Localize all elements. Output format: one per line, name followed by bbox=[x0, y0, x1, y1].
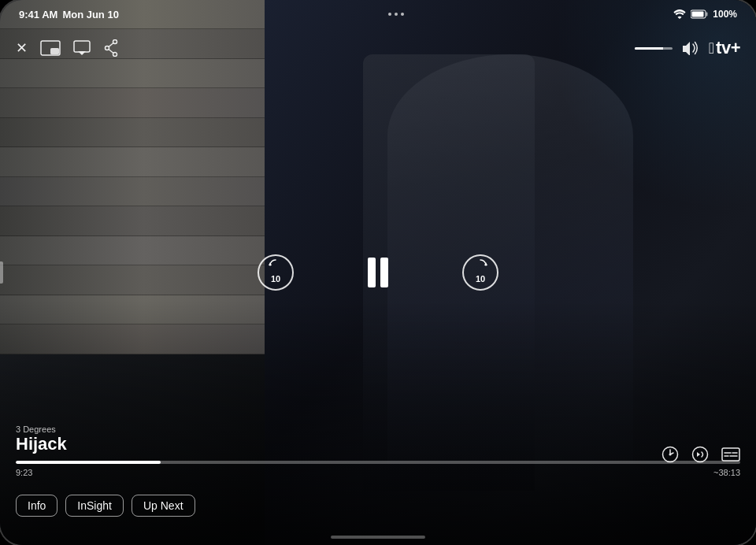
skip-forward-button[interactable]: 10 bbox=[461, 254, 499, 291]
insight-button[interactable]: InSight bbox=[65, 495, 124, 517]
progress-bar[interactable] bbox=[16, 461, 740, 464]
apple-symbol:  bbox=[709, 39, 714, 57]
svg-point-8 bbox=[106, 46, 109, 50]
top-left-controls: ✕ bbox=[16, 39, 119, 57]
status-bar: 9:41 AM Mon Jun 10 bbox=[0, 0, 756, 28]
pause-bar-right bbox=[380, 258, 388, 287]
time-current: 9:23 bbox=[16, 468, 32, 477]
status-center bbox=[388, 13, 404, 16]
airplay-button[interactable] bbox=[73, 40, 91, 56]
svg-rect-4 bbox=[50, 48, 59, 54]
skip-back-button[interactable]: 10 bbox=[257, 254, 295, 291]
pause-button[interactable] bbox=[358, 252, 398, 293]
svg-line-9 bbox=[109, 43, 113, 47]
time-remaining: ~38:13 bbox=[713, 468, 740, 477]
top-controls: ✕ bbox=[0, 28, 756, 68]
home-indicator bbox=[331, 536, 425, 539]
progress-fill bbox=[16, 461, 161, 464]
battery-percent: 100% bbox=[713, 9, 737, 20]
volume-fill bbox=[635, 47, 663, 50]
audio-button[interactable] bbox=[691, 446, 709, 463]
wifi-icon bbox=[673, 9, 686, 19]
info-button[interactable]: Info bbox=[16, 495, 57, 517]
svg-point-6 bbox=[113, 40, 117, 44]
volume-bar bbox=[635, 47, 673, 50]
share-button[interactable] bbox=[103, 39, 119, 57]
bottom-info: 3 Degrees Hijack 9:23 ~38:13 bbox=[0, 425, 756, 482]
dot3 bbox=[401, 13, 404, 16]
dot1 bbox=[388, 13, 391, 16]
center-controls: 10 10 bbox=[257, 252, 499, 293]
svg-rect-2 bbox=[692, 12, 704, 17]
bottom-buttons: Info InSight Up Next bbox=[16, 495, 195, 517]
battery-icon bbox=[691, 9, 708, 19]
status-date: Mon Jun 10 bbox=[62, 9, 119, 20]
svg-line-10 bbox=[109, 50, 113, 54]
show-name: 3 Degrees bbox=[16, 425, 740, 434]
dot2 bbox=[395, 13, 398, 16]
status-left: 9:41 AM Mon Jun 10 bbox=[19, 9, 119, 20]
skip-forward-circle: 10 bbox=[462, 254, 498, 291]
svg-point-7 bbox=[113, 53, 117, 57]
svg-rect-5 bbox=[74, 41, 90, 52]
side-tab bbox=[0, 261, 3, 284]
pause-bar-left bbox=[368, 258, 376, 287]
skip-back-circle: 10 bbox=[258, 254, 294, 291]
up-next-button[interactable]: Up Next bbox=[132, 495, 195, 517]
close-button[interactable]: ✕ bbox=[16, 39, 28, 57]
playback-options bbox=[662, 446, 740, 463]
tv-plus-text: tv+ bbox=[716, 38, 740, 58]
time-labels: 9:23 ~38:13 bbox=[16, 468, 740, 477]
progress-area[interactable]: 9:23 ~38:13 bbox=[16, 461, 740, 477]
speed-button[interactable] bbox=[662, 446, 679, 463]
status-time: 9:41 AM bbox=[19, 9, 57, 20]
svg-point-12 bbox=[669, 454, 672, 456]
show-title-area: 3 Degrees Hijack bbox=[16, 425, 740, 454]
controls-overlay: ✕ bbox=[0, 0, 756, 545]
pip-button[interactable] bbox=[40, 40, 61, 56]
subtitles-button[interactable] bbox=[721, 447, 740, 462]
pause-icon bbox=[368, 258, 388, 287]
apple-tv-logo:  tv+ bbox=[709, 38, 740, 58]
episode-title: Hijack bbox=[16, 434, 740, 454]
svg-rect-14 bbox=[722, 448, 739, 461]
volume-icon[interactable] bbox=[682, 41, 699, 55]
top-right-controls:  tv+ bbox=[635, 38, 740, 58]
ipad-frame: 9:41 AM Mon Jun 10 bbox=[0, 0, 756, 545]
svg-rect-1 bbox=[706, 13, 708, 17]
skip-back-label: 10 bbox=[271, 275, 280, 284]
skip-forward-label: 10 bbox=[476, 275, 485, 284]
status-right: 100% bbox=[673, 9, 737, 20]
